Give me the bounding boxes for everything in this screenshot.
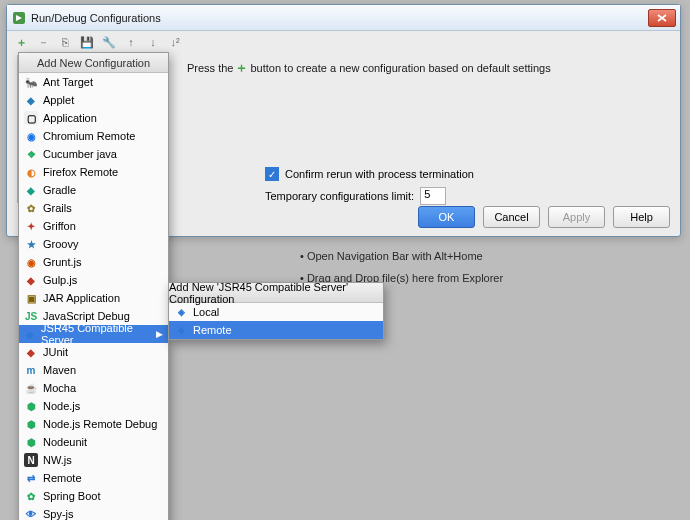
config-type-item[interactable]: ▣JAR Application bbox=[19, 289, 168, 307]
i-jar-icon: ▣ bbox=[24, 291, 38, 305]
config-type-label: JavaScript Debug bbox=[43, 310, 130, 322]
config-type-item[interactable]: NNW.js bbox=[19, 451, 168, 469]
config-type-label: Node.js bbox=[43, 400, 80, 412]
i-applet-icon: ◆ bbox=[24, 93, 38, 107]
config-type-label: Firefox Remote bbox=[43, 166, 118, 178]
i-node-icon: ⬢ bbox=[24, 417, 38, 431]
config-type-item[interactable]: ⬢Node.js bbox=[19, 397, 168, 415]
i-nw-icon: N bbox=[24, 453, 38, 467]
config-type-item[interactable]: ☕Mocha bbox=[19, 379, 168, 397]
tip-plus-icon: ＋ bbox=[235, 59, 248, 77]
tip-text: Press the ＋ button to create a new confi… bbox=[187, 59, 670, 77]
config-type-item[interactable]: ◉Grunt.js bbox=[19, 253, 168, 271]
i-junit-icon: ◆ bbox=[24, 345, 38, 359]
temp-limit-input[interactable]: 5 bbox=[420, 187, 446, 205]
save-icon[interactable]: 💾 bbox=[79, 34, 95, 50]
config-type-item[interactable]: ✿Grails bbox=[19, 199, 168, 217]
move-up-icon[interactable]: ↑ bbox=[123, 34, 139, 50]
config-type-label: Gradle bbox=[43, 184, 76, 196]
apply-button: Apply bbox=[548, 206, 605, 228]
config-type-label: Grails bbox=[43, 202, 72, 214]
config-type-item[interactable]: ▢Application bbox=[19, 109, 168, 127]
i-spy-icon: 👁 bbox=[24, 507, 38, 520]
config-type-label: Node.js Remote Debug bbox=[43, 418, 157, 430]
i-grails-icon: ✿ bbox=[24, 201, 38, 215]
config-type-label: Grunt.js bbox=[43, 256, 82, 268]
config-type-item[interactable]: ◆Applet bbox=[19, 91, 168, 109]
i-ant-icon: 🐜 bbox=[24, 75, 38, 89]
jsr45-submenu-header: Add New 'JSR45 Compatible Server' Config… bbox=[169, 283, 383, 303]
config-type-item[interactable]: ★Groovy bbox=[19, 235, 168, 253]
cancel-button[interactable]: Cancel bbox=[483, 206, 540, 228]
config-type-item[interactable]: ◐Firefox Remote bbox=[19, 163, 168, 181]
i-gulp-icon: ◆ bbox=[24, 273, 38, 287]
remove-icon[interactable]: － bbox=[35, 34, 51, 50]
i-chrome-icon: ◉ bbox=[24, 129, 38, 143]
config-type-label: Griffon bbox=[43, 220, 76, 232]
config-type-label: Spy-js bbox=[43, 508, 74, 520]
i-griffon-icon: ✦ bbox=[24, 219, 38, 233]
move-down-icon[interactable]: ↓ bbox=[145, 34, 161, 50]
copy-icon[interactable]: ⎘ bbox=[57, 34, 73, 50]
config-type-item[interactable]: 🐜Ant Target bbox=[19, 73, 168, 91]
i-app-icon: ▢ bbox=[24, 111, 38, 125]
config-type-label: Application bbox=[43, 112, 97, 124]
i-remote-icon: ⇄ bbox=[24, 471, 38, 485]
config-type-label: NW.js bbox=[43, 454, 72, 466]
dialog-title: Run/Debug Configurations bbox=[31, 12, 646, 24]
i-firefox-icon: ◐ bbox=[24, 165, 38, 179]
config-type-label: JUnit bbox=[43, 346, 68, 358]
close-button[interactable] bbox=[648, 9, 676, 27]
app-icon bbox=[11, 10, 27, 26]
config-type-item[interactable]: ◈JSR45 Compatible Server▶ bbox=[19, 325, 168, 343]
temp-limit-label: Temporary configurations limit: bbox=[265, 190, 414, 202]
config-type-label: JSR45 Compatible Server bbox=[41, 322, 151, 346]
jsr45-submenu-item[interactable]: ◈Remote bbox=[169, 321, 383, 339]
jsr45-submenu: Add New 'JSR45 Compatible Server' Config… bbox=[168, 282, 384, 340]
config-type-label: Cucumber java bbox=[43, 148, 117, 160]
i-spring-icon: ✿ bbox=[24, 489, 38, 503]
config-type-label: Gulp.js bbox=[43, 274, 77, 286]
wrench-icon[interactable]: 🔧 bbox=[101, 34, 117, 50]
config-type-label: Mocha bbox=[43, 382, 76, 394]
i-jsr-icon: ◈ bbox=[174, 305, 188, 319]
i-mocha-icon: ☕ bbox=[24, 381, 38, 395]
config-type-label: Groovy bbox=[43, 238, 78, 250]
config-type-item[interactable]: ⬢Nodeunit bbox=[19, 433, 168, 451]
config-type-item[interactable]: ✿Spring Boot bbox=[19, 487, 168, 505]
config-type-item[interactable]: mMaven bbox=[19, 361, 168, 379]
config-type-label: Chromium Remote bbox=[43, 130, 135, 142]
i-maven-icon: m bbox=[24, 363, 38, 377]
config-type-item[interactable]: ◉Chromium Remote bbox=[19, 127, 168, 145]
help-button[interactable]: Help bbox=[613, 206, 670, 228]
config-type-label: Maven bbox=[43, 364, 76, 376]
config-type-label: Nodeunit bbox=[43, 436, 87, 448]
confirm-rerun-checkbox[interactable]: ✓ bbox=[265, 167, 279, 181]
add-configuration-menu: Add New Configuration 🐜Ant Target◆Applet… bbox=[18, 52, 169, 520]
config-type-label: Ant Target bbox=[43, 76, 93, 88]
i-nodeunit-icon: ⬢ bbox=[24, 435, 38, 449]
jsr45-submenu-label: Remote bbox=[193, 324, 232, 336]
config-type-item[interactable]: ◆Gradle bbox=[19, 181, 168, 199]
config-type-item[interactable]: ⇄Remote bbox=[19, 469, 168, 487]
i-jsr-icon: ◈ bbox=[174, 323, 188, 337]
sort-icon[interactable]: ↓² bbox=[167, 34, 183, 50]
config-type-item[interactable]: 👁Spy-js bbox=[19, 505, 168, 520]
titlebar[interactable]: Run/Debug Configurations bbox=[7, 5, 680, 31]
i-cuke-icon: ❖ bbox=[24, 147, 38, 161]
jsr45-submenu-item[interactable]: ◈Local bbox=[169, 303, 383, 321]
config-toolbar: ＋ － ⎘ 💾 🔧 ↑ ↓ ↓² bbox=[7, 31, 680, 53]
config-type-label: Remote bbox=[43, 472, 82, 484]
add-icon[interactable]: ＋ bbox=[13, 34, 29, 50]
jsr45-submenu-label: Local bbox=[193, 306, 219, 318]
config-type-item[interactable]: ⬢Node.js Remote Debug bbox=[19, 415, 168, 433]
config-type-item[interactable]: ✦Griffon bbox=[19, 217, 168, 235]
config-type-item[interactable]: ◆Gulp.js bbox=[19, 271, 168, 289]
i-gradle-icon: ◆ bbox=[24, 183, 38, 197]
confirm-rerun-label: Confirm rerun with process termination bbox=[285, 168, 474, 180]
config-type-label: Spring Boot bbox=[43, 490, 100, 502]
i-grunt-icon: ◉ bbox=[24, 255, 38, 269]
i-groovy-icon: ★ bbox=[24, 237, 38, 251]
config-type-item[interactable]: ❖Cucumber java bbox=[19, 145, 168, 163]
ok-button[interactable]: OK bbox=[418, 206, 475, 228]
